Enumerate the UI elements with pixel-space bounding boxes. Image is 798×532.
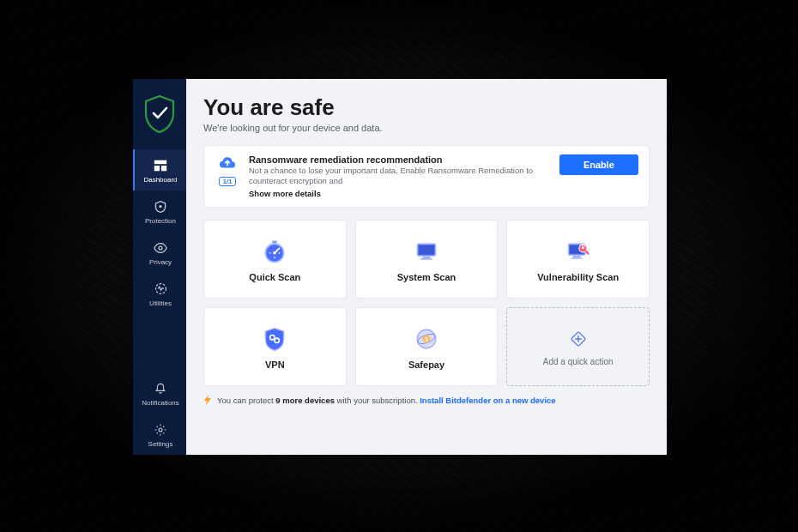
sidebar-item-label: Settings bbox=[148, 440, 173, 448]
eye-icon bbox=[152, 239, 169, 257]
card-label: Safepay bbox=[408, 360, 444, 370]
bell-icon bbox=[152, 380, 169, 397]
stopwatch-icon bbox=[259, 236, 290, 267]
card-label: Quick Scan bbox=[249, 272, 300, 282]
svg-point-13 bbox=[269, 252, 271, 254]
sidebar-item-notifications[interactable]: Notifications bbox=[133, 372, 186, 414]
sidebar-item-privacy[interactable]: Privacy bbox=[133, 232, 186, 273]
card-label: VPN bbox=[265, 360, 285, 370]
svg-point-5 bbox=[155, 284, 166, 294]
recommendation-counter-badge: 1/1 bbox=[219, 177, 235, 186]
svg-rect-0 bbox=[154, 160, 166, 164]
svg-rect-19 bbox=[420, 258, 432, 260]
svg-point-3 bbox=[159, 205, 161, 208]
install-new-device-link[interactable]: Install Bitdefender on a new device bbox=[420, 396, 555, 405]
shield-icon bbox=[152, 198, 169, 215]
app-window: Dashboard Protection Privacy Utilities bbox=[133, 79, 667, 455]
svg-rect-2 bbox=[161, 166, 166, 171]
svg-rect-22 bbox=[572, 256, 580, 257]
vpn-shield-icon bbox=[259, 323, 290, 354]
dashboard-icon bbox=[152, 157, 169, 174]
svg-rect-25 bbox=[582, 246, 584, 248]
svg-point-14 bbox=[279, 252, 281, 254]
sidebar-item-label: Dashboard bbox=[143, 176, 177, 184]
svg-point-6 bbox=[159, 428, 162, 432]
svg-text:$: $ bbox=[425, 336, 428, 342]
quick-action-vpn[interactable]: VPN bbox=[203, 307, 347, 386]
footer-text: You can protect 9 more devices with your… bbox=[217, 396, 556, 405]
quick-action-vulnerability-scan[interactable]: Vulnerability Scan bbox=[506, 220, 650, 299]
sidebar-item-protection[interactable]: Protection bbox=[133, 190, 186, 232]
recommendation-card: 1/1 Ransomware remediation recommendatio… bbox=[203, 145, 650, 208]
sidebar-item-label: Utilities bbox=[149, 299, 172, 307]
svg-rect-23 bbox=[571, 257, 583, 259]
sidebar-item-utilities[interactable]: Utilities bbox=[133, 273, 186, 314]
svg-line-26 bbox=[586, 251, 589, 254]
sidebar: Dashboard Protection Privacy Utilities bbox=[133, 79, 186, 455]
svg-point-15 bbox=[274, 257, 275, 258]
cloud-up-icon bbox=[218, 154, 237, 173]
monitor-search-icon bbox=[563, 236, 594, 267]
main-content: You are safe We're looking out for your … bbox=[186, 79, 667, 455]
brand-logo bbox=[133, 79, 186, 149]
svg-rect-17 bbox=[419, 245, 434, 254]
plus-diamond-icon bbox=[565, 326, 591, 352]
quick-action-quick-scan[interactable]: Quick Scan bbox=[203, 220, 347, 299]
bolt-icon bbox=[203, 395, 212, 407]
safepay-globe-icon: $ bbox=[411, 323, 442, 354]
svg-point-4 bbox=[159, 246, 162, 250]
recommendation-description: Not a chance to lose your important data… bbox=[249, 166, 551, 187]
hero-subtitle: We're looking out for your device and da… bbox=[203, 123, 650, 133]
quick-actions-grid: Quick Scan System Scan bbox=[203, 220, 650, 386]
shield-check-icon bbox=[142, 94, 177, 134]
quick-action-safepay[interactable]: $ Safepay bbox=[355, 307, 499, 386]
gear-activity-icon bbox=[152, 281, 169, 298]
sidebar-item-dashboard[interactable]: Dashboard bbox=[133, 149, 186, 190]
svg-rect-18 bbox=[422, 257, 430, 258]
sidebar-item-label: Protection bbox=[145, 217, 176, 225]
monitor-icon bbox=[411, 236, 442, 267]
gear-icon bbox=[152, 421, 169, 438]
card-label: Vulnerability Scan bbox=[537, 272, 619, 282]
add-quick-action-card[interactable]: Add a quick action bbox=[506, 307, 650, 386]
hero-title: You are safe bbox=[203, 94, 650, 121]
sidebar-item-settings[interactable]: Settings bbox=[133, 414, 186, 455]
sidebar-item-label: Notifications bbox=[142, 399, 179, 407]
quick-action-system-scan[interactable]: System Scan bbox=[355, 220, 499, 299]
enable-button[interactable]: Enable bbox=[559, 154, 638, 175]
svg-rect-1 bbox=[154, 166, 160, 171]
recommendation-title: Ransomware remediation recommendation bbox=[249, 154, 551, 165]
card-label: System Scan bbox=[397, 272, 456, 282]
footer-promo: You can protect 9 more devices with your… bbox=[203, 395, 650, 407]
show-more-details-link[interactable]: Show more details bbox=[249, 189, 551, 198]
svg-rect-9 bbox=[273, 240, 277, 243]
sidebar-item-label: Privacy bbox=[149, 258, 172, 266]
card-label: Add a quick action bbox=[543, 357, 614, 366]
